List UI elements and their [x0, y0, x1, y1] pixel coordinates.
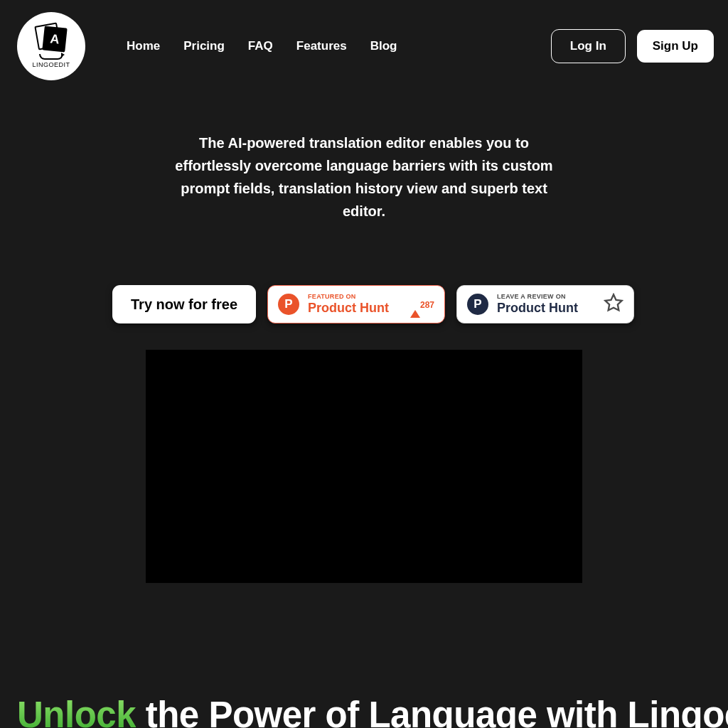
logo-glyph-front: A [42, 26, 67, 52]
brand-name: LINGOEDIT [32, 61, 70, 68]
product-hunt-featured-badge[interactable]: P FEATURED ON Product Hunt 287 [267, 285, 445, 323]
brand-logo[interactable]: え A LINGOEDIT [17, 12, 85, 80]
ph-featured-main: Product Hunt [308, 301, 389, 316]
site-header: え A LINGOEDIT Home Pricing FAQ Features … [0, 0, 728, 80]
section-headline: Unlock the Power of Language with Lingoe… [0, 694, 728, 728]
product-hunt-logo-icon: P [278, 294, 299, 315]
ph-upvote: 287 [410, 298, 434, 311]
logo-swap-arrow-icon [39, 54, 63, 60]
headline-accent: Unlock [17, 695, 136, 728]
product-hunt-logo-icon: P [467, 294, 488, 315]
login-button[interactable]: Log In [551, 29, 626, 63]
ph-featured-top: FEATURED ON [308, 293, 389, 300]
upvote-triangle-icon [410, 298, 420, 318]
brand-logo-art: え A LINGOEDIT [32, 24, 70, 68]
cta-row: Try now for free P FEATURED ON Product H… [112, 285, 728, 323]
product-hunt-review-badge[interactable]: P LEAVE A REVIEW ON Product Hunt [456, 285, 634, 323]
ph-review-top: LEAVE A REVIEW ON [497, 293, 578, 300]
svg-marker-0 [605, 294, 621, 310]
primary-nav: Home Pricing FAQ Features Blog [127, 39, 397, 53]
nav-faq[interactable]: FAQ [248, 39, 273, 53]
nav-features[interactable]: Features [296, 39, 347, 53]
hero-video[interactable] [146, 350, 582, 583]
hero-description: The AI-powered translation editor enable… [165, 132, 563, 223]
nav-blog[interactable]: Blog [370, 39, 397, 53]
signup-button[interactable]: Sign Up [637, 30, 714, 63]
try-free-button[interactable]: Try now for free [112, 285, 256, 323]
auth-buttons: Log In Sign Up [551, 29, 714, 63]
ph-upvote-count: 287 [420, 300, 434, 310]
nav-pricing[interactable]: Pricing [183, 39, 225, 53]
headline-rest: the Power of Language with Lingoedit [136, 695, 728, 728]
nav-home[interactable]: Home [127, 39, 160, 53]
ph-review-main: Product Hunt [497, 301, 578, 316]
star-icon [604, 293, 623, 316]
